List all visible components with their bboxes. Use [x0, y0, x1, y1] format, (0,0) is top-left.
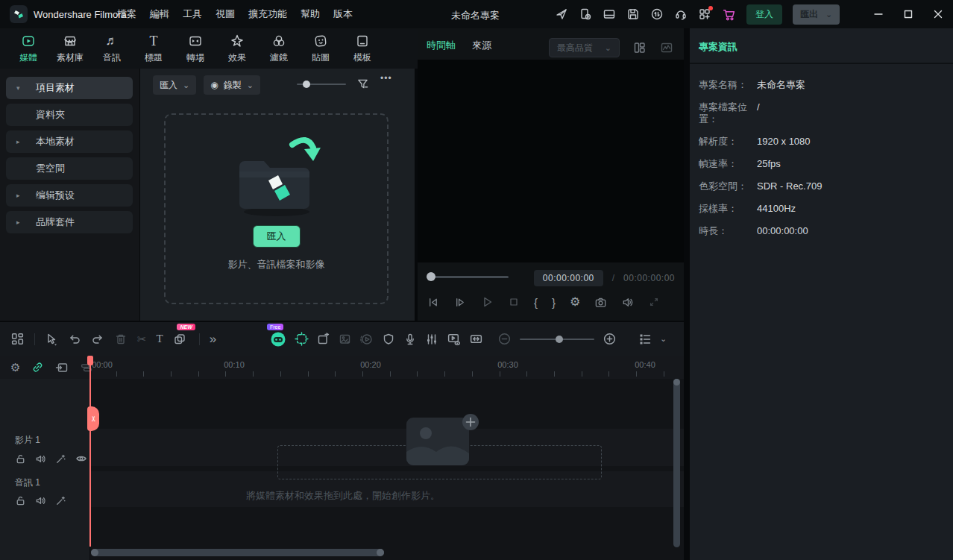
zoom-in-icon[interactable]	[603, 332, 617, 346]
menu-view[interactable]: 視圖	[209, 7, 242, 21]
screen-record-icon[interactable]	[447, 332, 461, 346]
tab-media[interactable]: 媒體	[7, 28, 49, 69]
menu-extensions[interactable]: 擴充功能	[242, 7, 294, 21]
tab-filters[interactable]: 濾鏡	[258, 28, 300, 69]
sidebar-item-project-media[interactable]: ▾ 項目素材	[6, 77, 133, 99]
preview-scrubber[interactable]	[427, 276, 509, 278]
menu-tools[interactable]: 工具	[176, 7, 209, 21]
zoom-slider-knob[interactable]	[556, 336, 563, 343]
split-scissors-icon[interactable]: ✂	[137, 333, 147, 346]
timeline-horizontal-scrollbar[interactable]	[91, 549, 384, 556]
preview-tab-source[interactable]: 來源	[472, 39, 491, 52]
quality-dropdown[interactable]: 最高品質 ⌄	[549, 38, 620, 57]
previous-frame-icon[interactable]	[427, 296, 439, 309]
hide-track-eye-icon[interactable]	[75, 453, 87, 465]
menu-version[interactable]: 版本	[327, 7, 359, 21]
export-button[interactable]: 匯出 ⌄	[793, 4, 840, 25]
support-headset-icon[interactable]	[674, 7, 688, 21]
zoom-out-icon[interactable]	[497, 332, 512, 346]
caret-down-icon[interactable]: ▾	[16, 84, 20, 92]
sidebar-item-cloud[interactable]: 雲空間	[6, 157, 133, 180]
save-icon[interactable]	[626, 7, 640, 21]
delete-icon[interactable]	[114, 333, 128, 346]
login-button[interactable]: 登入	[746, 4, 782, 25]
auto-ripple-icon[interactable]	[469, 332, 483, 346]
ruler-ticks[interactable]	[89, 371, 676, 377]
select-cursor-icon[interactable]	[45, 333, 58, 346]
track-effects-wand-icon[interactable]	[55, 495, 66, 506]
share-icon[interactable]	[555, 7, 568, 21]
shield-protect-icon[interactable]	[382, 333, 395, 346]
lock-track-icon[interactable]	[15, 495, 26, 506]
quick-text-icon[interactable]: T	[157, 333, 163, 345]
dual-screen-icon[interactable]	[603, 7, 616, 21]
undo-icon[interactable]	[68, 333, 81, 346]
track-height-icon[interactable]	[638, 333, 652, 346]
fullscreen-icon[interactable]	[648, 296, 660, 308]
mark-out-icon[interactable]: }	[552, 296, 556, 309]
more-options-icon[interactable]: •••	[380, 73, 392, 84]
timeline-zoom-slider[interactable]	[520, 339, 594, 340]
snapshot-camera-icon[interactable]	[594, 296, 607, 309]
close-button[interactable]	[923, 0, 953, 28]
voiceover-mic-icon[interactable]	[403, 333, 417, 346]
maximize-button[interactable]	[893, 0, 923, 28]
image-sequence-icon[interactable]	[339, 333, 352, 346]
mute-track-icon[interactable]	[35, 495, 46, 506]
scrollbar-handle[interactable]	[673, 379, 680, 386]
menu-help[interactable]: 幫助	[294, 7, 327, 21]
workspace-layout-icon[interactable]	[10, 332, 25, 346]
magnet-snap-icon[interactable]	[55, 361, 69, 374]
caret-right-icon[interactable]: ▸	[16, 192, 20, 199]
render-preview-play-icon[interactable]	[360, 333, 374, 346]
menu-edit[interactable]: 編輯	[143, 7, 176, 21]
next-frame-icon[interactable]	[453, 296, 466, 309]
slider-knob[interactable]	[303, 81, 310, 88]
multiview-icon[interactable]	[633, 41, 647, 54]
store-cart-icon[interactable]	[722, 7, 736, 22]
ai-copilot-icon[interactable]: Free	[270, 331, 286, 347]
sidebar-item-folder[interactable]: 資料夾	[6, 104, 133, 126]
volume-icon[interactable]	[621, 296, 634, 309]
more-tools-icon[interactable]: »	[210, 332, 216, 347]
scrollbar-handle[interactable]	[377, 549, 384, 556]
scrollbar-handle[interactable]	[91, 549, 98, 556]
tab-stock[interactable]: 素材庫	[49, 28, 91, 69]
preview-tab-timeline[interactable]: 時間軸	[427, 39, 456, 52]
sidebar-item-edit-presets[interactable]: ▸ 编辑预设	[6, 184, 133, 207]
export-chevron-icon[interactable]: ⌄	[825, 10, 832, 19]
tab-transitions[interactable]: 轉場	[174, 28, 216, 69]
scopes-icon[interactable]	[660, 41, 673, 54]
caret-right-icon[interactable]: ▸	[16, 138, 20, 145]
playhead-line[interactable]	[89, 356, 91, 547]
import-cta-button[interactable]: 匯入	[253, 225, 301, 248]
mask-overlay-icon[interactable]: NEW	[173, 333, 186, 346]
tab-templates[interactable]: 模板	[342, 28, 383, 69]
playhead-scissors-handle[interactable]: ✂	[87, 406, 99, 431]
scrubber-knob[interactable]	[427, 272, 435, 281]
timeline-vertical-scrollbar[interactable]	[673, 379, 680, 547]
mark-in-icon[interactable]: {	[534, 296, 538, 309]
export-frame-icon[interactable]	[317, 333, 330, 346]
playback-settings-icon[interactable]: ⚙	[570, 296, 580, 308]
thumbnail-size-slider[interactable]	[297, 84, 346, 85]
phone-mirror-icon[interactable]	[579, 7, 592, 21]
redo-icon[interactable]	[91, 333, 104, 346]
mute-track-icon[interactable]	[35, 453, 46, 465]
tab-effects[interactable]: 效果	[216, 28, 258, 69]
playhead-marker[interactable]	[87, 356, 93, 365]
track-effects-wand-icon[interactable]	[55, 453, 66, 465]
timeline-settings-gear-icon[interactable]: ⚙	[10, 361, 20, 374]
sidebar-item-local-media[interactable]: ▸ 本地素材	[6, 130, 133, 153]
play-icon[interactable]	[480, 295, 494, 309]
lock-track-icon[interactable]	[15, 453, 26, 465]
tab-titles[interactable]: T 標題	[133, 28, 174, 69]
tab-audio[interactable]: ♬ 音訊	[91, 28, 133, 69]
stop-icon[interactable]	[508, 296, 520, 308]
caret-right-icon[interactable]: ▸	[16, 218, 20, 226]
record-dropdown-button[interactable]: ◉ 錄製 ⌄	[204, 75, 260, 95]
current-timecode[interactable]: 00:00:00:00	[534, 270, 603, 286]
track-height-chevron-icon[interactable]: ⌄	[660, 334, 667, 344]
render-preview-icon[interactable]	[650, 7, 664, 21]
tab-stickers[interactable]: 貼圖	[300, 28, 342, 69]
